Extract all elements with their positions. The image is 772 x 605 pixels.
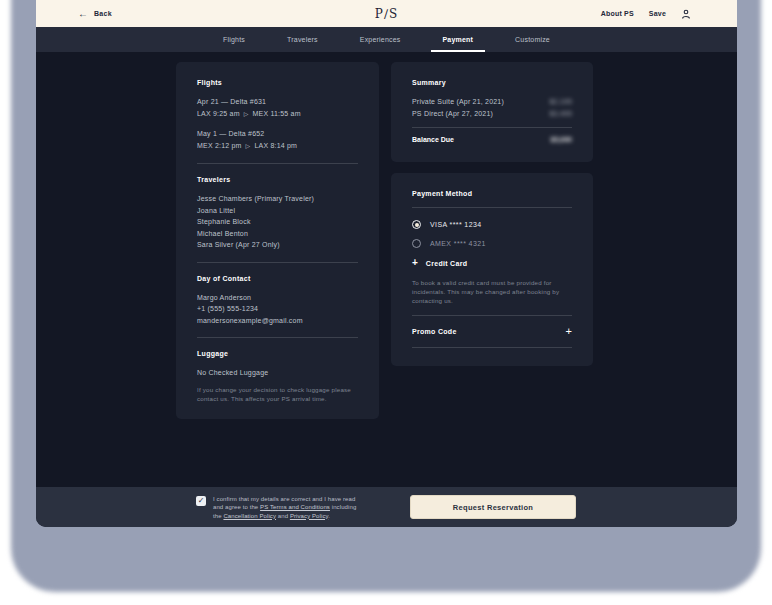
back-button[interactable]: ← Back: [78, 9, 112, 19]
tab-customize[interactable]: Customize: [494, 27, 571, 52]
plus-icon: +: [412, 258, 418, 268]
section-divider: [197, 262, 358, 263]
traveler-name: Stephanie Block: [197, 216, 358, 228]
tab-payment[interactable]: Payment: [422, 27, 495, 52]
traveler-name: Sara Silver (Apr 27 Only): [197, 239, 358, 251]
summary-row-label: Private Suite (Apr 21, 2021): [412, 96, 504, 108]
terms-and-conditions-link[interactable]: PS Terms and Conditions: [260, 504, 330, 510]
back-label: Back: [94, 10, 112, 17]
summary-row-amount: $2,195: [549, 96, 572, 108]
footer-bar: ✓ I confirm that my details are correct …: [36, 487, 737, 527]
tab-experiences[interactable]: Experiences: [339, 27, 422, 52]
balance-due-amount: $5,690: [551, 134, 572, 146]
flight-times: MEX 2:12 pm▷LAX 8:14 pm: [197, 140, 358, 153]
travelers-section-title: Travelers: [197, 175, 358, 184]
balance-due-label: Balance Due: [412, 134, 454, 146]
flight-departure: LAX 9:25 am: [197, 110, 240, 117]
flight-route: Apr 21 — Delta #631: [197, 96, 358, 108]
flight-direction-icon: ▷: [244, 111, 249, 117]
payment-divider: [412, 347, 572, 348]
summary-row: Private Suite (Apr 21, 2021) $2,195: [412, 96, 572, 108]
back-arrow-icon: ←: [78, 9, 88, 19]
flight-direction-icon: ▷: [246, 143, 251, 149]
summary-row: PS Direct (Apr 27, 2021) $3,495: [412, 108, 572, 120]
confirm-text-part: .: [328, 513, 330, 519]
summary-title: Summary: [412, 78, 572, 87]
radio-unselected-icon: [412, 239, 421, 248]
payment-divider: [412, 207, 572, 208]
account-icon[interactable]: [681, 9, 691, 19]
summary-row-label: PS Direct (Apr 27, 2021): [412, 108, 493, 120]
flight-arrival: MEX 11:55 am: [253, 110, 301, 117]
contact-section-title: Day of Contact: [197, 274, 358, 283]
traveler-name: Michael Benton: [197, 228, 358, 240]
section-divider: [197, 163, 358, 164]
flight-departure: MEX 2:12 pm: [197, 142, 242, 149]
tab-travelers[interactable]: Travelers: [266, 27, 339, 52]
summary-card: Summary Private Suite (Apr 21, 2021) $2,…: [391, 62, 593, 162]
payment-divider: [412, 315, 572, 316]
ps-logo: P∕S: [375, 7, 398, 21]
promo-code-row[interactable]: Promo Code +: [412, 326, 572, 337]
promo-code-label: Promo Code: [412, 328, 457, 335]
right-column: Summary Private Suite (Apr 21, 2021) $2,…: [391, 62, 593, 366]
luggage-section-title: Luggage: [197, 349, 358, 358]
flights-section-title: Flights: [197, 78, 358, 87]
promo-add-icon: +: [566, 326, 572, 337]
flight-segment: May 1 — Delta #652 MEX 2:12 pm▷LAX 8:14 …: [197, 128, 358, 152]
confirmation-text: I confirm that my details are correct an…: [213, 495, 358, 520]
flight-route: May 1 — Delta #652: [197, 128, 358, 140]
about-ps-link[interactable]: About PS: [601, 10, 634, 17]
flight-arrival: LAX 8:14 pm: [254, 142, 297, 149]
payment-option-label: VISA **** 1234: [430, 221, 482, 228]
save-button[interactable]: Save: [649, 10, 666, 17]
add-credit-card-button[interactable]: + Credit Card: [412, 258, 572, 268]
payment-option-amex[interactable]: AMEX **** 4321: [412, 239, 572, 248]
confirm-text-part: and: [276, 513, 290, 519]
cancellation-policy-link[interactable]: Cancellation Policy: [223, 513, 276, 519]
request-reservation-button[interactable]: Request Reservation: [410, 495, 576, 519]
contact-phone: +1 (555) 555-1234: [197, 303, 358, 315]
luggage-note: If you change your decision to check lug…: [197, 385, 358, 403]
payment-option-visa[interactable]: VISA **** 1234: [412, 220, 572, 229]
app-window: ← Back P∕S About PS Save Flights Travele…: [36, 0, 737, 527]
flight-times: LAX 9:25 am▷MEX 11:55 am: [197, 108, 358, 121]
section-divider: [197, 337, 358, 338]
balance-due-row: Balance Due $5,690: [412, 134, 572, 146]
confirm-checkbox[interactable]: ✓: [196, 496, 206, 506]
radio-selected-icon: [412, 220, 421, 229]
payment-method-card: Payment Method VISA **** 1234 AMEX **** …: [391, 173, 593, 366]
traveler-name: Jesse Chambers (Primary Traveler): [197, 193, 358, 205]
topbar: ← Back P∕S About PS Save: [36, 0, 737, 27]
incidentals-note: To book a valid credit card must be prov…: [412, 278, 572, 305]
traveler-name: Joana Littel: [197, 205, 358, 217]
topbar-right: About PS Save: [601, 9, 691, 19]
privacy-policy-link[interactable]: Privacy Policy: [290, 513, 328, 519]
summary-divider: [412, 127, 572, 128]
payment-method-title: Payment Method: [412, 189, 572, 198]
luggage-status: No Checked Luggage: [197, 367, 358, 379]
add-credit-card-label: Credit Card: [426, 260, 467, 267]
tabbar: Flights Travelers Experiences Payment Cu…: [36, 27, 737, 52]
summary-row-amount: $3,495: [549, 108, 572, 120]
contact-email: mandersonexample@gmail.com: [197, 315, 358, 327]
tab-flights[interactable]: Flights: [202, 27, 266, 52]
payment-option-label: AMEX **** 4321: [430, 240, 486, 247]
itinerary-card: Flights Apr 21 — Delta #631 LAX 9:25 am▷…: [176, 62, 379, 419]
contact-name: Margo Anderson: [197, 292, 358, 304]
confirmation-row: ✓ I confirm that my details are correct …: [196, 495, 358, 520]
main-content: Flights Apr 21 — Delta #631 LAX 9:25 am▷…: [36, 52, 737, 487]
flight-segment: Apr 21 — Delta #631 LAX 9:25 am▷MEX 11:5…: [197, 96, 358, 120]
